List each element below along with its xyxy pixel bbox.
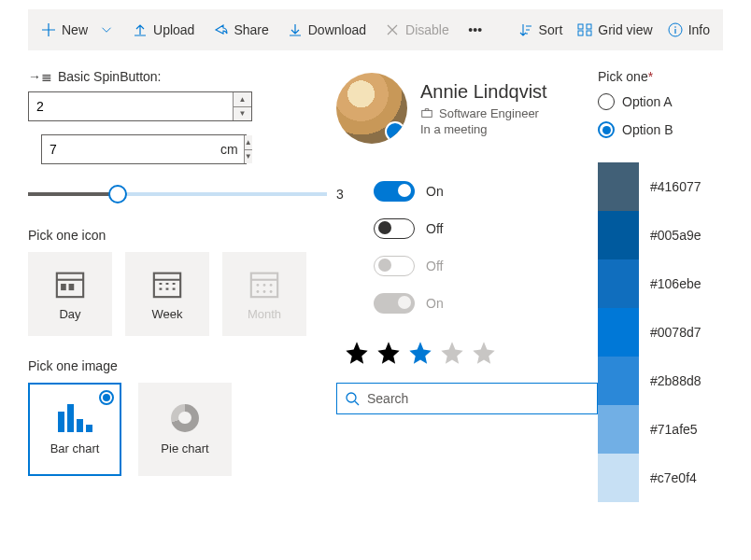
middle-column: Annie Lindqvist Software Engineer In a m… (336, 69, 626, 502)
upload-label: Upload (153, 22, 194, 37)
cancel-icon (385, 22, 400, 37)
swatch-row[interactable]: #2b88d8 (598, 357, 719, 405)
spin-basic-input[interactable] (29, 92, 233, 120)
search-input[interactable] (367, 391, 589, 406)
calendar-month-icon (248, 268, 280, 300)
swatch-label: #0078d7 (650, 325, 701, 340)
swatch-row[interactable]: #c7e0f4 (598, 454, 719, 502)
info-label: Info (688, 22, 710, 37)
spin-basic-arrows: ▲ ▼ (233, 92, 251, 120)
grid-icon (577, 22, 592, 37)
info-icon (668, 22, 683, 37)
swatch-label: #c7e0f4 (650, 470, 697, 485)
spin-down-icon[interactable]: ▼ (245, 149, 252, 164)
avatar (336, 73, 407, 144)
rating[interactable] (336, 340, 626, 366)
search-box[interactable] (336, 383, 598, 414)
toggle-4-label: On (426, 296, 444, 311)
radio-a[interactable] (598, 93, 615, 110)
icon-choice-month-label: Month (248, 307, 281, 321)
toggle-1-label: On (426, 184, 444, 199)
svg-point-14 (257, 290, 260, 293)
disable-label: Disable (405, 22, 449, 37)
share-button[interactable]: Share (205, 9, 276, 50)
overflow-button[interactable]: ••• (461, 9, 490, 50)
svg-rect-1 (587, 24, 591, 29)
toggle-row-3: Off (374, 256, 626, 276)
slider[interactable] (28, 181, 327, 207)
info-button[interactable]: Info (660, 9, 717, 50)
sort-label: Sort (539, 22, 563, 37)
swatch-row[interactable]: #71afe5 (598, 405, 719, 454)
swatch-icon (598, 162, 639, 211)
swatch-icon (598, 454, 639, 502)
swatch-label: #416077 (650, 179, 701, 194)
image-choice-bar[interactable]: Bar chart (28, 383, 121, 476)
spin-basic[interactable]: ▲ ▼ (28, 91, 252, 121)
swatch-icon (598, 357, 639, 405)
toggle-row-2: Off (374, 218, 626, 239)
spin-up-icon[interactable]: ▲ (234, 92, 251, 106)
star-icon[interactable] (407, 340, 433, 366)
upload-button[interactable]: Upload (125, 9, 202, 50)
star-icon[interactable] (471, 340, 497, 366)
svg-point-5 (674, 26, 676, 28)
share-icon (213, 22, 228, 37)
toggle-3 (374, 256, 415, 276)
spin-unit-input[interactable] (42, 135, 220, 163)
download-label: Download (308, 22, 366, 37)
svg-rect-0 (578, 24, 583, 29)
image-choice-pie[interactable]: Pie chart (138, 383, 232, 476)
radio-b[interactable] (598, 121, 615, 138)
swatch-row[interactable]: #005a9e (598, 211, 719, 259)
slider-thumb[interactable] (108, 185, 127, 203)
persona-name: Annie Lindqvist (420, 81, 547, 103)
icon-choices: Day Week Month (28, 252, 364, 336)
more-icon: ••• (468, 22, 483, 37)
grid-view-button[interactable]: Grid view (570, 9, 659, 50)
calendar-week-icon (151, 268, 183, 300)
star-icon[interactable] (344, 340, 370, 366)
command-bar: New Upload Share Download Disable ••• So… (28, 9, 723, 50)
radio-indicator-icon (99, 390, 114, 405)
image-choice-label: Pick one image (28, 358, 364, 373)
presence-badge (385, 121, 405, 142)
icon-choice-day[interactable]: Day (28, 252, 112, 336)
swatch-row[interactable]: #416077 (598, 162, 719, 211)
svg-rect-7 (61, 284, 66, 290)
radio-group-label: Pick one* (598, 69, 719, 84)
download-button[interactable]: Download (280, 9, 374, 50)
spin-up-icon[interactable]: ▲ (245, 135, 252, 149)
toggle-2-label: Off (426, 221, 443, 236)
toggle-2[interactable] (374, 218, 415, 239)
bar-chart-icon (58, 404, 92, 432)
toggle-3-label: Off (426, 259, 443, 273)
download-icon (288, 22, 303, 37)
new-button[interactable]: New (34, 9, 121, 50)
persona-role: Software Engineer (439, 106, 539, 120)
svg-rect-9 (154, 273, 180, 297)
right-column: Pick one* Option A Option B #416077 #005… (598, 69, 719, 502)
spin-label: Basic SpinButton: (58, 69, 162, 84)
icon-choice-week[interactable]: Week (125, 252, 209, 336)
chevron-down-icon (99, 22, 114, 37)
sort-button[interactable]: Sort (511, 9, 571, 50)
color-swatches: #416077 #005a9e #106ebe #0078d7 #2b88d8 … (598, 162, 719, 502)
spin-down-icon[interactable]: ▼ (234, 106, 251, 121)
swatch-label: #005a9e (650, 228, 701, 243)
left-column: →≣ Basic SpinButton: ▲ ▼ cm ▲ ▼ 3 (28, 69, 364, 502)
radio-option-b[interactable]: Option B (598, 121, 719, 138)
swatch-row[interactable]: #0078d7 (598, 308, 719, 357)
toggle-1[interactable] (374, 181, 415, 202)
spin-unit[interactable]: cm ▲ ▼ (41, 134, 247, 164)
image-choice-pie-label: Pie chart (161, 441, 208, 455)
star-icon[interactable] (439, 340, 465, 366)
svg-point-11 (257, 284, 260, 287)
radio-option-a[interactable]: Option A (598, 93, 719, 110)
swatch-row[interactable]: #106ebe (598, 259, 719, 308)
required-asterisk: * (648, 69, 653, 84)
svg-point-13 (270, 284, 273, 287)
swatch-icon (598, 211, 639, 259)
toggle-row-1: On (374, 181, 626, 202)
star-icon[interactable] (376, 340, 402, 366)
